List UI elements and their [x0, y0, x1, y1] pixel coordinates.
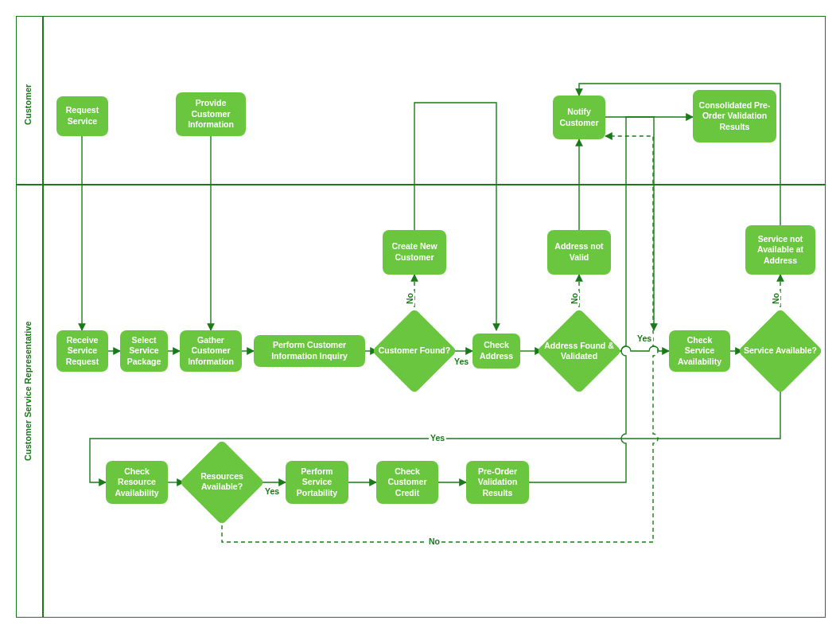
node-address-not-valid: Address not Valid: [547, 230, 611, 275]
label-address-no: No: [570, 291, 579, 306]
lane-label-customer: Customer: [23, 72, 39, 136]
label-resources-no: No: [427, 536, 441, 546]
lane-label-csr: Customer Service Representative: [23, 287, 39, 494]
swimlane-diagram: Customer Customer Service Representative: [16, 16, 826, 618]
node-service-not-available: Service not Available at Address: [745, 225, 815, 275]
label-resources-yes: Yes: [263, 486, 281, 496]
node-check-service-availability: Check Service Availability: [669, 330, 730, 372]
node-gather-customer-info: Gather Customer Information: [180, 330, 242, 372]
node-check-address: Check Address: [472, 334, 520, 369]
node-resources-available: [179, 439, 264, 525]
node-preorder-validation-results: Pre-Order Validation Results: [466, 461, 529, 504]
node-consolidated-results: Consolidated Pre-Order Validation Result…: [693, 90, 776, 142]
lane-vertical-border: [42, 17, 44, 617]
node-check-resource-availability: Check Resource Availability: [106, 461, 168, 504]
node-receive-service-request: Receive Service Request: [56, 330, 108, 372]
node-create-new-customer: Create New Customer: [383, 230, 446, 275]
node-perform-customer-inquiry: Perform Customer Information Inquiry: [254, 335, 365, 367]
lane-horizontal-border: [17, 184, 825, 185]
node-select-service-package: Select Service Package: [120, 330, 168, 372]
node-notify-customer: Notify Customer: [553, 96, 605, 139]
label-customer-found-no: No: [405, 291, 414, 306]
node-service-available: [737, 308, 822, 393]
label-address-yes: Yes: [636, 334, 653, 343]
label-customer-found-yes: Yes: [453, 357, 470, 366]
label-service-yes: Yes: [429, 433, 446, 443]
node-customer-found: [371, 308, 457, 393]
label-service-no: No: [771, 291, 780, 306]
node-check-customer-credit: Check Customer Credit: [376, 461, 438, 504]
node-provide-customer-info: Provide Customer Information: [176, 92, 246, 136]
node-address-found-validated: [536, 308, 621, 393]
node-perform-service-portability: Perform Service Portability: [286, 461, 348, 504]
node-request-service: Request Service: [56, 96, 108, 136]
